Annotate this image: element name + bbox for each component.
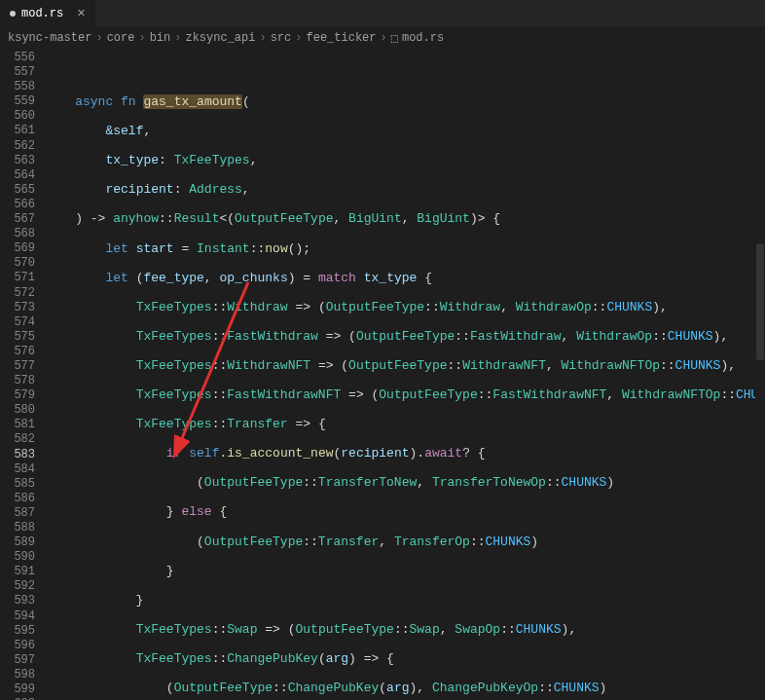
close-icon[interactable]: × bbox=[77, 6, 85, 21]
breadcrumb-item[interactable]: mod.rs bbox=[402, 31, 444, 45]
code-content[interactable]: async fn gas_tx_amount( &self, tx_type: … bbox=[45, 49, 765, 700]
code-editor[interactable]: 5565575585595605615625635645655665675685… bbox=[0, 49, 765, 700]
breadcrumb: ksync-master› core› bin› zksync_api› src… bbox=[0, 27, 765, 49]
breadcrumb-item[interactable]: zksync_api bbox=[185, 31, 255, 45]
tab-bar: mod.rs × bbox=[0, 0, 765, 27]
breadcrumb-item: ⬚ bbox=[391, 31, 398, 46]
modified-dot-icon bbox=[10, 11, 16, 17]
tab-mod-rs[interactable]: mod.rs × bbox=[0, 0, 95, 26]
breadcrumb-item[interactable]: ksync-master bbox=[8, 31, 91, 45]
breadcrumb-item[interactable]: src bbox=[271, 31, 292, 45]
breadcrumb-item[interactable]: fee_ticker bbox=[306, 31, 376, 45]
breadcrumb-item[interactable]: bin bbox=[150, 31, 171, 45]
breadcrumb-item[interactable]: core bbox=[107, 31, 135, 45]
tab-filename: mod.rs bbox=[21, 7, 63, 20]
minimap-scrollbar[interactable] bbox=[755, 49, 765, 700]
line-gutter: 5565575585595605615625635645655665675685… bbox=[0, 49, 45, 700]
